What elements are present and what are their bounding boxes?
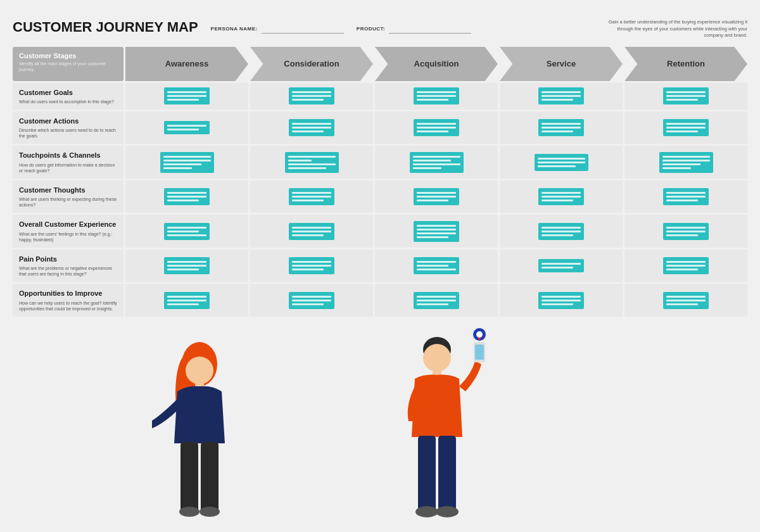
- stage-header-label: Customer Stages Identify all the main st…: [13, 47, 124, 81]
- opportunities-retention-card: [663, 292, 709, 309]
- opportunities-service[interactable]: [500, 284, 623, 316]
- opportunities-sub: How can we help users to reach the goal?…: [19, 300, 117, 312]
- goals-service[interactable]: [500, 83, 623, 110]
- thoughts-retention-card: [663, 188, 709, 205]
- product-input[interactable]: [389, 25, 471, 34]
- product-field-group: PRODUCT:: [357, 25, 471, 34]
- opportunities-acquisition[interactable]: [375, 284, 498, 316]
- persona-input[interactable]: [262, 25, 344, 34]
- touchpoints-service-card: [535, 154, 588, 171]
- experience-consideration-card: [289, 223, 334, 240]
- actions-service[interactable]: [500, 111, 623, 144]
- thoughts-acquisition[interactable]: [375, 180, 498, 213]
- touchpoints-acquisition[interactable]: [375, 146, 498, 178]
- touchpoints-retention-card: [659, 152, 713, 173]
- goals-service-card: [538, 87, 584, 104]
- experience-retention[interactable]: [624, 215, 747, 247]
- svg-point-15: [423, 344, 451, 372]
- opportunities-consideration-card: [289, 292, 334, 309]
- svg-rect-16: [433, 369, 441, 379]
- pain-consideration-card: [289, 257, 334, 274]
- svg-point-5: [182, 342, 217, 386]
- thoughts-retention[interactable]: [624, 180, 747, 213]
- header-fields: PERSONA NAME: PRODUCT: Gain a better und…: [211, 19, 747, 39]
- pain-consideration[interactable]: [250, 250, 373, 282]
- row-header-pain: Pain Points What are the problems or neg…: [13, 250, 124, 282]
- experience-acquisition[interactable]: [375, 215, 498, 247]
- thoughts-title: Customer Thoughts: [19, 186, 117, 194]
- opportunities-awareness-card: [164, 292, 210, 309]
- page-container: CUSTOMER JOURNEY MAP PERSONA NAME: PRODU…: [0, 0, 760, 532]
- svg-rect-17: [474, 342, 485, 362]
- journey-grid: Customer Stages Identify all the main st…: [13, 47, 747, 317]
- goals-consideration[interactable]: [250, 83, 373, 110]
- pain-sub: What are the problems or negative experi…: [19, 265, 117, 277]
- thoughts-awareness-card: [164, 188, 210, 205]
- touchpoints-consideration[interactable]: [250, 146, 373, 178]
- stage-retention: Retention: [624, 47, 747, 81]
- thoughts-sub: What are users thinking or expecting dur…: [19, 196, 117, 208]
- goals-acquisition[interactable]: [375, 83, 498, 110]
- svg-marker-0: [125, 47, 248, 81]
- experience-service[interactable]: [500, 215, 623, 247]
- persona-label: PERSONA NAME:: [211, 26, 258, 32]
- opportunities-awareness[interactable]: [125, 284, 248, 316]
- touchpoints-consideration-card: [285, 152, 339, 173]
- actions-acquisition[interactable]: [375, 111, 498, 144]
- stage-acquisition: Acquisition: [375, 47, 498, 81]
- opportunities-consideration[interactable]: [250, 284, 373, 316]
- goals-retention-card: [663, 87, 709, 104]
- pain-service[interactable]: [500, 250, 623, 282]
- actions-consideration[interactable]: [250, 111, 373, 144]
- illustration: [127, 291, 507, 532]
- header: CUSTOMER JOURNEY MAP PERSONA NAME: PRODU…: [13, 19, 747, 39]
- stage-header-sub: Identify all the main stages of your cus…: [19, 61, 117, 72]
- pain-retention[interactable]: [624, 250, 747, 282]
- goals-awareness-card: [164, 87, 210, 104]
- stage-awareness: Awareness: [125, 47, 248, 81]
- svg-point-14: [423, 337, 451, 362]
- thoughts-consideration[interactable]: [250, 180, 373, 213]
- experience-awareness[interactable]: [125, 215, 248, 247]
- experience-consideration[interactable]: [250, 215, 373, 247]
- experience-sub: What are the users' feelings in this sta…: [19, 231, 117, 243]
- goals-title: Customer Goals: [19, 88, 117, 97]
- pain-title: Pain Points: [19, 255, 117, 263]
- touchpoints-retention[interactable]: [624, 146, 747, 178]
- actions-consideration-card: [289, 119, 334, 136]
- svg-point-6: [175, 355, 198, 431]
- touchpoints-sub: How do users get information to make a d…: [19, 162, 117, 174]
- svg-rect-21: [418, 436, 436, 512]
- stage-consideration: Consideration: [250, 47, 373, 81]
- experience-service-card: [538, 223, 584, 240]
- man-figure: [386, 323, 488, 532]
- stage-header-title: Customer Stages: [19, 52, 117, 60]
- header-description: Gain a better understanding of the buyin…: [602, 19, 747, 39]
- pain-retention-card: [663, 257, 709, 274]
- svg-marker-3: [500, 47, 623, 81]
- thoughts-service-card: [538, 188, 584, 205]
- actions-title: Customer Actions: [19, 117, 117, 125]
- pain-acquisition[interactable]: [375, 250, 498, 282]
- touchpoints-awareness[interactable]: [125, 146, 248, 178]
- experience-awareness-card: [164, 223, 210, 240]
- persona-field-group: PERSONA NAME:: [211, 25, 344, 34]
- svg-point-20: [476, 331, 483, 338]
- svg-point-12: [179, 507, 200, 517]
- thoughts-consideration-card: [289, 188, 334, 205]
- pain-acquisition-card: [414, 257, 459, 274]
- svg-rect-8: [195, 383, 204, 392]
- actions-awareness[interactable]: [125, 111, 248, 144]
- experience-acquisition-card: [414, 221, 459, 242]
- pain-awareness[interactable]: [125, 250, 248, 282]
- opportunities-retention[interactable]: [624, 284, 747, 316]
- goals-awareness[interactable]: [125, 83, 248, 110]
- thoughts-service[interactable]: [500, 180, 623, 213]
- touchpoints-service[interactable]: [500, 146, 623, 178]
- thoughts-awareness[interactable]: [125, 180, 248, 213]
- touchpoints-title: Touchpoints & Channels: [19, 151, 117, 160]
- goals-retention[interactable]: [624, 83, 747, 110]
- goals-consideration-card: [289, 87, 334, 104]
- actions-retention[interactable]: [624, 111, 747, 144]
- row-header-actions: Customer Actions Describe which actions …: [13, 111, 124, 144]
